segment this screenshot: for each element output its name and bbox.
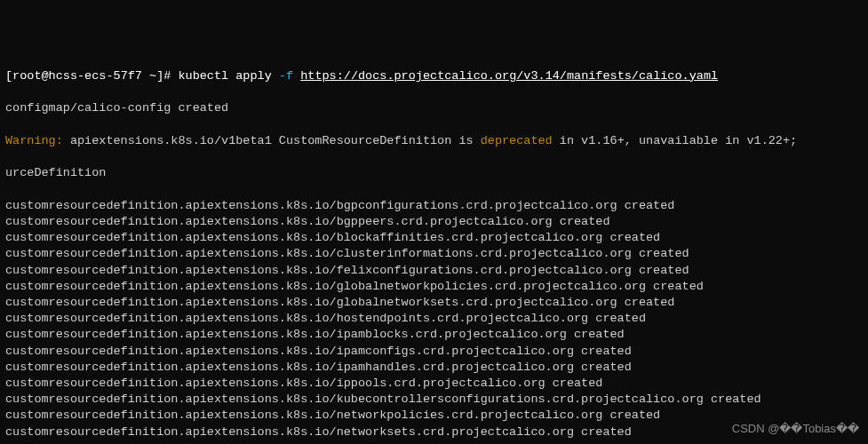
output-crd-line: customresourcedefinition.apiextensions.k… [5, 214, 863, 230]
command-url: https://docs.projectcalico.org/v3.14/man… [300, 69, 718, 83]
command-text: kubectl apply [178, 69, 271, 83]
output-crd-line: customresourcedefinition.apiextensions.k… [5, 263, 863, 279]
prompt-open: [ [5, 69, 12, 83]
warning-deprecated: deprecated [481, 134, 553, 147]
output-configmap: configmap/calico-config created [5, 100, 863, 116]
prompt-close: ]# [156, 69, 171, 83]
output-crd-line: customresourcedefinition.apiextensions.k… [5, 344, 863, 360]
output-warning-cont: urceDefinition [5, 165, 863, 181]
output-crd-line: customresourcedefinition.apiextensions.k… [5, 279, 863, 295]
warning-text2: in v1.16+, unavailable in v1.22+; [553, 134, 797, 147]
warning-text1: apiextensions.k8s.io/v1beta1 CustomResou… [63, 134, 481, 147]
command-line-1[interactable]: [root@hcss-ecs-57f7 ~]# kubectl apply -f… [5, 68, 863, 84]
output-crd-line: customresourcedefinition.apiextensions.k… [5, 360, 863, 376]
command-flag: -f [279, 69, 293, 83]
output-crd-line: customresourcedefinition.apiextensions.k… [5, 327, 863, 343]
output-crd-line: customresourcedefinition.apiextensions.k… [5, 392, 863, 408]
output-crd-line: customresourcedefinition.apiextensions.k… [5, 295, 863, 311]
output-crd-line: customresourcedefinition.apiextensions.k… [5, 376, 863, 392]
output-crd-line: customresourcedefinition.apiextensions.k… [5, 230, 863, 246]
output-warning-line: Warning: apiextensions.k8s.io/v1beta1 Cu… [5, 133, 863, 149]
watermark: CSDN @��Tobias�� [732, 421, 859, 437]
output-crd-line: customresourcedefinition.apiextensions.k… [5, 246, 863, 262]
output-crd-line: customresourcedefinition.apiextensions.k… [5, 311, 863, 327]
prompt-userhost: root@hcss-ecs-57f7 ~ [12, 69, 156, 83]
output-crd-line: customresourcedefinition.apiextensions.k… [5, 198, 863, 214]
warning-label: Warning: [5, 134, 63, 147]
